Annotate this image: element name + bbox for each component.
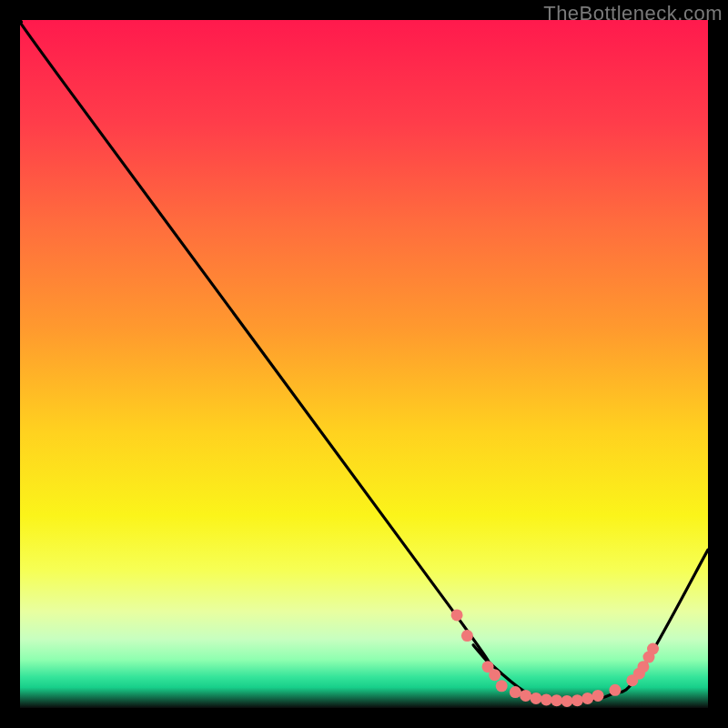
bottleneck-curve <box>20 20 708 702</box>
marker-dot <box>561 695 573 707</box>
plot-area <box>20 20 708 708</box>
marker-dot <box>520 690 531 702</box>
marker-dot <box>496 680 508 692</box>
marker-dot <box>571 694 583 706</box>
marker-dot <box>461 630 473 642</box>
marker-dot <box>451 609 463 621</box>
curve-markers <box>451 609 659 707</box>
marker-dot <box>647 642 659 654</box>
marker-dot <box>609 684 621 696</box>
marker-dot <box>541 693 552 705</box>
marker-dot <box>489 669 500 681</box>
marker-dot <box>551 694 562 706</box>
chart-stage: TheBottleneck.com <box>0 0 728 728</box>
marker-dot <box>510 686 521 698</box>
curve-layer <box>20 20 708 708</box>
marker-dot <box>581 693 593 704</box>
marker-dot <box>531 693 542 704</box>
marker-dot <box>592 690 604 702</box>
